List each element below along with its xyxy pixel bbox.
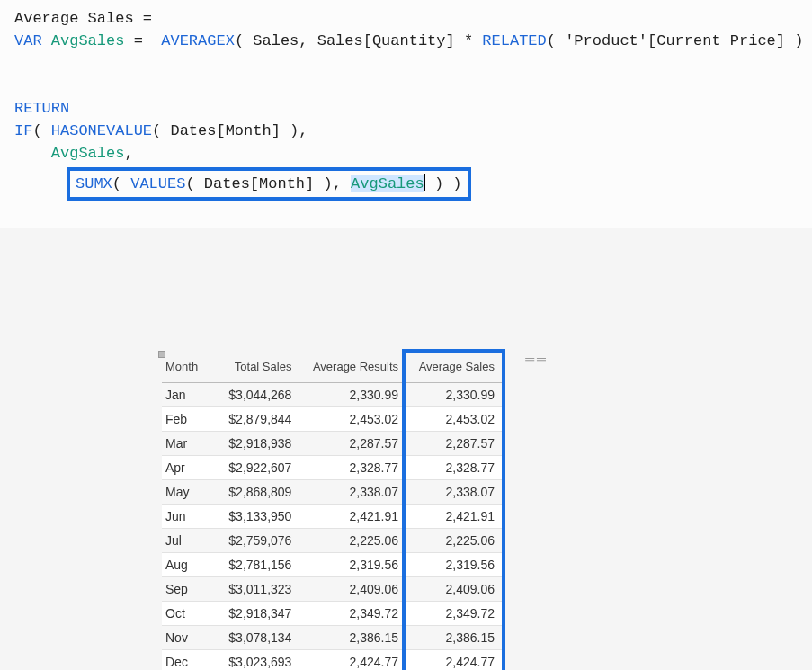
cell-month: May [162, 480, 211, 505]
dax-code[interactable]: Average Sales = VAR AvgSales = AVERAGEX(… [14, 7, 798, 165]
cell-total-sales: $3,023,693 [211, 650, 301, 671]
formula-highlight-box: SUMX( VALUES( Dates[Month] ), AvgSales )… [67, 167, 471, 201]
col-average-sales[interactable]: Average Sales [407, 354, 504, 383]
var-keyword: VAR [14, 32, 42, 49]
col-total-sales[interactable]: Total Sales [211, 354, 301, 383]
table-row[interactable]: Jul$2,759,0762,225.062,225.06 [162, 529, 504, 553]
cell-month: Oct [162, 602, 211, 626]
cell-month: Jul [162, 529, 211, 553]
cell-month: Nov [162, 626, 211, 650]
cell-avg-sales: 2,424.77 [407, 650, 504, 671]
cell-total-sales: $2,879,844 [211, 407, 301, 432]
cell-avg-sales: 2,386.15 [407, 626, 504, 650]
cell-total-sales: $2,868,809 [211, 480, 301, 505]
cell-month: Jun [162, 505, 211, 529]
cell-avg-sales: 2,328.77 [407, 456, 504, 480]
table-row[interactable]: Dec$3,023,6932,424.772,424.77 [162, 650, 504, 671]
table-row[interactable]: Apr$2,922,6072,328.772,328.77 [162, 456, 504, 480]
drag-handle-icon[interactable]: ══ [525, 352, 549, 366]
cell-total-sales: $3,133,950 [211, 505, 301, 529]
fn-hasonevalue: HASONEVALUE [51, 122, 152, 139]
cell-avg-results: 2,287.57 [300, 432, 407, 456]
cell-avg-sales: 2,287.57 [407, 432, 504, 456]
fn-sumx: SUMX [76, 175, 112, 192]
table-header-row: Month Total Sales Average Results Averag… [162, 354, 504, 383]
cell-avg-results: 2,328.77 [300, 456, 407, 480]
cell-month: Mar [162, 432, 211, 456]
table-row[interactable]: May$2,868,8092,338.072,338.07 [162, 480, 504, 505]
table-row[interactable]: Sep$3,011,3232,409.062,409.06 [162, 577, 504, 602]
cell-avg-results: 2,421.91 [300, 505, 407, 529]
cell-month: Dec [162, 650, 211, 671]
cell-avg-sales: 2,409.06 [407, 577, 504, 602]
results-table: Month Total Sales Average Results Averag… [162, 354, 504, 670]
cell-total-sales: $3,011,323 [211, 577, 301, 602]
cell-month: Apr [162, 456, 211, 480]
cell-avg-sales: 2,421.91 [407, 505, 504, 529]
cell-month: Sep [162, 577, 211, 602]
cell-avg-sales: 2,330.99 [407, 383, 504, 407]
table-row[interactable]: Aug$2,781,1562,319.562,319.56 [162, 553, 504, 577]
text-cursor [424, 174, 425, 191]
cell-total-sales: $2,918,347 [211, 602, 301, 626]
cell-avg-results: 2,225.06 [300, 529, 407, 553]
cell-avg-sales: 2,225.06 [407, 529, 504, 553]
cell-avg-sales: 2,453.02 [407, 407, 504, 432]
cell-total-sales: $3,078,134 [211, 626, 301, 650]
return-keyword: RETURN [14, 100, 69, 117]
table-row[interactable]: Oct$2,918,3472,349.722,349.72 [162, 602, 504, 626]
fn-if: IF [14, 122, 32, 139]
table-row[interactable]: Mar$2,918,9382,287.572,287.57 [162, 432, 504, 456]
table-row[interactable]: Jan$3,044,2682,330.992,330.99 [162, 383, 504, 407]
cell-avg-results: 2,338.07 [300, 480, 407, 505]
cell-avg-results: 2,330.99 [300, 383, 407, 407]
fn-related: RELATED [482, 32, 546, 49]
fn-averagex: AVERAGEX [161, 32, 235, 49]
table-row[interactable]: Jun$3,133,9502,421.912,421.91 [162, 505, 504, 529]
measure-name: Average Sales [14, 10, 134, 27]
var-ref-1: AvgSales [51, 145, 125, 162]
formula-bar[interactable]: Average Sales = VAR AvgSales = AVERAGEX(… [0, 0, 812, 228]
cell-total-sales: $2,759,076 [211, 529, 301, 553]
cell-month: Jan [162, 383, 211, 407]
cell-avg-results: 2,409.06 [300, 577, 407, 602]
cell-avg-results: 2,386.15 [300, 626, 407, 650]
resize-handle-icon[interactable] [158, 351, 165, 358]
cell-month: Feb [162, 407, 211, 432]
cell-total-sales: $2,922,607 [211, 456, 301, 480]
col-average-results[interactable]: Average Results [300, 354, 407, 383]
table-visual[interactable]: ══ Month Total Sales Average Results Ave… [162, 354, 558, 670]
cell-total-sales: $2,918,938 [211, 432, 301, 456]
cell-month: Aug [162, 553, 211, 577]
cell-avg-results: 2,319.56 [300, 553, 407, 577]
cell-total-sales: $3,044,268 [211, 383, 301, 407]
var-name: AvgSales [51, 32, 125, 49]
cell-avg-results: 2,349.72 [300, 602, 407, 626]
cell-total-sales: $2,781,156 [211, 553, 301, 577]
table-row[interactable]: Nov$3,078,1342,386.152,386.15 [162, 626, 504, 650]
cell-avg-sales: 2,338.07 [407, 480, 504, 505]
table-row[interactable]: Feb$2,879,8442,453.022,453.02 [162, 407, 504, 432]
cell-avg-sales: 2,349.72 [407, 602, 504, 626]
col-month[interactable]: Month [162, 354, 211, 383]
cell-avg-results: 2,453.02 [300, 407, 407, 432]
cell-avg-results: 2,424.77 [300, 650, 407, 671]
var-ref-selected: AvgSales [351, 175, 424, 192]
cell-avg-sales: 2,319.56 [407, 553, 504, 577]
fn-values: VALUES [130, 175, 185, 192]
